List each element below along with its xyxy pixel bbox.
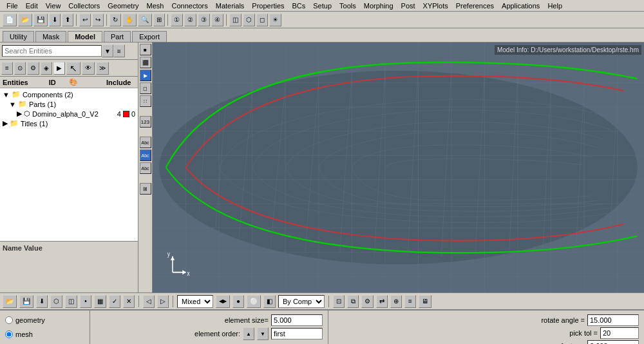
icon-btn-6[interactable]: 👁	[82, 62, 95, 75]
search-input[interactable]	[2, 45, 102, 57]
element-order-up[interactable]: ▲	[243, 327, 254, 340]
save-button[interactable]: 💾	[33, 14, 48, 26]
menu-bcs[interactable]: BCs	[289, 2, 310, 10]
tab-export[interactable]: Export	[132, 31, 167, 42]
menu-collectors[interactable]: Collectors	[64, 2, 104, 10]
side-btn-abc3[interactable]: Abc	[140, 162, 151, 174]
icon-btn-7[interactable]: ≫	[96, 62, 109, 75]
element-size-input[interactable]	[271, 314, 323, 326]
icon-btn-2[interactable]: ⊙	[14, 62, 26, 75]
bt-layer[interactable]: ⧉	[347, 295, 359, 308]
side-btn-5[interactable]: ∷	[140, 95, 151, 107]
bt-mesh1[interactable]: ⬡	[50, 295, 62, 308]
open-button[interactable]: 📂	[18, 14, 32, 26]
side-btn-abc1[interactable]: Abc	[140, 137, 151, 148]
pick-tol-input[interactable]	[600, 327, 639, 339]
icon-btn-3[interactable]: ⚙	[27, 62, 39, 75]
export-button[interactable]: ⬆	[62, 14, 73, 26]
bt-save[interactable]: 💾	[19, 295, 33, 308]
zoom-button[interactable]: 🔍	[138, 14, 152, 26]
rotate-button[interactable]: ↻	[109, 14, 121, 26]
tree-titles[interactable]: ▶ 📁 Titles (1)	[1, 119, 137, 128]
bt-cube1[interactable]: ◧	[263, 295, 276, 308]
tree-area[interactable]: ▼ 📁 Components (2) ▼ 📁 Parts (1) ▶ ⬡ Dom…	[0, 88, 138, 241]
mixed-dropdown[interactable]: Mixed	[177, 295, 213, 308]
bt-delete[interactable]: ✕	[123, 295, 135, 308]
bt-arrow2[interactable]: ▷	[157, 295, 169, 308]
icon-btn-4[interactable]: ◈	[41, 62, 52, 75]
side-btn-6[interactable]: 123	[140, 116, 151, 128]
menu-xyplots[interactable]: XYPlots	[419, 2, 452, 10]
bt-import[interactable]: ⬇	[36, 295, 48, 308]
radio-mesh[interactable]: mesh	[5, 327, 84, 341]
tree-domino[interactable]: ▶ ⬡ Domino_alpha_0_V2 4 0	[1, 109, 137, 119]
radio-graphics[interactable]: graphics	[5, 341, 84, 344]
element-order-down[interactable]: ▼	[257, 327, 269, 340]
view1-button[interactable]: ①	[171, 14, 183, 26]
bt-view-cube[interactable]: ⊡	[333, 295, 345, 308]
menu-materials[interactable]: Materials	[212, 2, 249, 10]
tree-components[interactable]: ▼ 📁 Components (2)	[1, 90, 137, 99]
bt-more1[interactable]: ⊕	[390, 295, 402, 308]
icon-btn-cursor[interactable]: ↖	[66, 62, 80, 75]
search-options-button[interactable]: ≡	[113, 44, 125, 57]
bt-gear[interactable]: ⚙	[361, 295, 374, 308]
radio-geometry[interactable]: geometry	[5, 313, 84, 327]
zoom-factor-input[interactable]	[587, 340, 639, 344]
menu-morphing[interactable]: Morphing	[360, 2, 397, 10]
side-btn-grid[interactable]: ⊞	[140, 183, 151, 195]
tab-part[interactable]: Part	[104, 31, 131, 42]
new-button[interactable]: 📄	[3, 14, 17, 26]
menu-edit[interactable]: Edit	[22, 2, 42, 10]
side-btn-abc2[interactable]: Abc	[140, 149, 151, 161]
redo-button[interactable]: ↪	[92, 14, 104, 26]
menu-properties[interactable]: Properties	[248, 2, 288, 10]
radio-mesh-input[interactable]	[5, 330, 13, 338]
bt-monitor[interactable]: 🖥	[419, 295, 431, 308]
menu-mesh[interactable]: Mesh	[143, 2, 168, 10]
undo-button[interactable]: ↩	[79, 14, 91, 26]
side-btn-4[interactable]: ◻	[140, 82, 151, 94]
viewport[interactable]: x y Model Info: D:/Users/workstation/Des…	[153, 43, 644, 292]
view3-button[interactable]: ③	[198, 14, 210, 26]
menu-tools[interactable]: Tools	[336, 2, 360, 10]
bt-elem[interactable]: ▦	[94, 295, 106, 308]
side-btn-2[interactable]: ⬛	[140, 57, 151, 68]
bt-node[interactable]: •	[80, 295, 91, 308]
element-order-input[interactable]	[271, 328, 323, 339]
bt-arrow3[interactable]: ◀▶	[216, 295, 230, 308]
tab-mask[interactable]: Mask	[35, 31, 66, 42]
hidden-button[interactable]: ◻	[256, 14, 268, 26]
bycomp-dropdown[interactable]: By Comp	[278, 295, 325, 308]
menu-preferences[interactable]: Preferences	[452, 2, 498, 10]
rotate-angle-input[interactable]	[587, 314, 639, 326]
bt-arrow1[interactable]: ◁	[143, 295, 155, 308]
light-button[interactable]: ☀	[269, 14, 281, 26]
bt-sphere[interactable]: ⚪	[247, 295, 261, 308]
tab-model[interactable]: Model	[68, 31, 102, 42]
shading-button[interactable]: ◫	[229, 14, 242, 26]
import-button[interactable]: ⬇	[49, 14, 61, 26]
side-btn-1[interactable]: ■	[140, 44, 151, 55]
menu-post[interactable]: Post	[397, 2, 419, 10]
bt-dot[interactable]: ●	[232, 295, 244, 308]
menu-file[interactable]: File	[3, 2, 22, 10]
search-go-button[interactable]: ▼	[102, 44, 113, 57]
menu-connectors[interactable]: Connectors	[167, 2, 211, 10]
tab-utility[interactable]: Utility	[3, 31, 34, 42]
bt-open[interactable]: 📂	[3, 295, 17, 308]
wireframe-button[interactable]: ⬡	[243, 14, 255, 26]
icon-btn-1[interactable]: ≡	[1, 62, 13, 75]
radio-geometry-input[interactable]	[5, 316, 13, 324]
view2-button[interactable]: ②	[184, 14, 196, 26]
menu-setup[interactable]: Setup	[309, 2, 336, 10]
view4-button[interactable]: ④	[211, 14, 223, 26]
menu-view[interactable]: View	[42, 2, 65, 10]
menu-help[interactable]: Help	[544, 2, 566, 10]
menu-geometry[interactable]: Geometry	[104, 2, 142, 10]
tree-domino-color[interactable]	[123, 111, 129, 117]
bt-check[interactable]: ✓	[109, 295, 120, 308]
bt-more2[interactable]: ≡	[404, 295, 416, 308]
icon-btn-5[interactable]: ▶	[53, 62, 65, 75]
side-btn-3[interactable]: ▶	[140, 70, 151, 81]
